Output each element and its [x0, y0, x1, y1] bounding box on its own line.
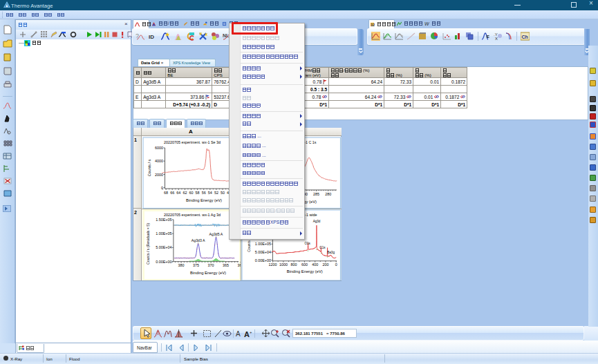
svg-text:62: 62	[183, 190, 187, 194]
svg-text:Ch: Ch	[522, 35, 528, 39]
svg-text:20220705 experiment. wx-1 Se 3: 20220705 experiment. wx-1 Se 3d	[163, 140, 220, 144]
svg-text:A: A	[236, 330, 241, 338]
svg-text:+: +	[250, 330, 252, 334]
svg-text:5.00E+04: 5.00E+04	[255, 250, 271, 254]
svg-text:4000: 4000	[155, 159, 163, 163]
svg-text:66: 66	[170, 190, 174, 194]
svg-text:54: 54	[207, 190, 212, 194]
svg-text:0.00E+00: 0.00E+00	[255, 258, 271, 262]
svg-text:Ag3d3 A: Ag3d3 A	[191, 238, 205, 242]
svg-text:380: 380	[178, 263, 184, 267]
svg-text:E: E	[487, 35, 489, 39]
svg-text:5.00E+04: 5.00E+04	[156, 245, 171, 249]
svg-text:800: 800	[291, 262, 297, 267]
svg-text:50: 50	[221, 190, 225, 194]
svg-text:56: 56	[201, 190, 205, 194]
svg-text:64: 64	[176, 190, 180, 194]
svg-text:52: 52	[214, 190, 218, 194]
svg-text:ID: ID	[149, 34, 154, 40]
svg-text:Binding Energy (eV): Binding Energy (eV)	[287, 269, 323, 274]
svg-text:0: 0	[335, 262, 337, 267]
svg-text:12: 12	[371, 23, 375, 27]
svg-text:375: 375	[193, 263, 199, 267]
svg-text:1000: 1000	[279, 262, 288, 267]
svg-text:Binding Energy (eV): Binding Energy (eV)	[186, 198, 222, 202]
svg-text:Binding Energy (eV): Binding Energy (eV)	[190, 270, 226, 274]
svg-text:20220705 experiment. wx-1 Ag 3: 20220705 experiment. wx-1 Ag 3d	[164, 212, 221, 216]
svg-text:6000: 6000	[155, 146, 163, 150]
svg-text:280: 280	[325, 191, 331, 195]
svg-text:600: 600	[301, 262, 308, 267]
svg-text:C1s: C1s	[319, 246, 326, 249]
svg-text:365: 365	[223, 263, 229, 267]
svg-text:Ag3d: Ag3d	[313, 220, 321, 223]
svg-text:0.00E+00: 0.00E+00	[156, 259, 171, 263]
svg-text:285: 285	[313, 191, 319, 195]
svg-text:58: 58	[195, 190, 199, 194]
svg-text:W: W	[424, 21, 429, 26]
svg-text:Counts / s: Counts / s	[147, 159, 151, 176]
svg-text:X: X	[495, 37, 498, 41]
svg-text:1.00E+05: 1.00E+05	[156, 231, 171, 236]
svg-text:370: 370	[207, 263, 214, 267]
svg-text:Ba3g: Ba3g	[327, 251, 335, 254]
svg-text:400: 400	[312, 262, 318, 267]
svg-text:60: 60	[189, 190, 193, 194]
svg-text:68: 68	[164, 190, 168, 194]
svg-text:1200: 1200	[269, 262, 277, 267]
svg-text:A: A	[244, 330, 250, 338]
svg-text:O1s: O1s	[304, 242, 310, 245]
svg-text:Ag3d5 A: Ag3d5 A	[209, 232, 223, 236]
svg-text:Counts / s (Residuals × 5): Counts / s (Residuals × 5)	[145, 222, 149, 264]
svg-text:200: 200	[322, 262, 328, 267]
svg-text:1.50E+05: 1.50E+05	[156, 217, 171, 221]
svg-text:1.00E+05: 1.00E+05	[255, 242, 271, 246]
